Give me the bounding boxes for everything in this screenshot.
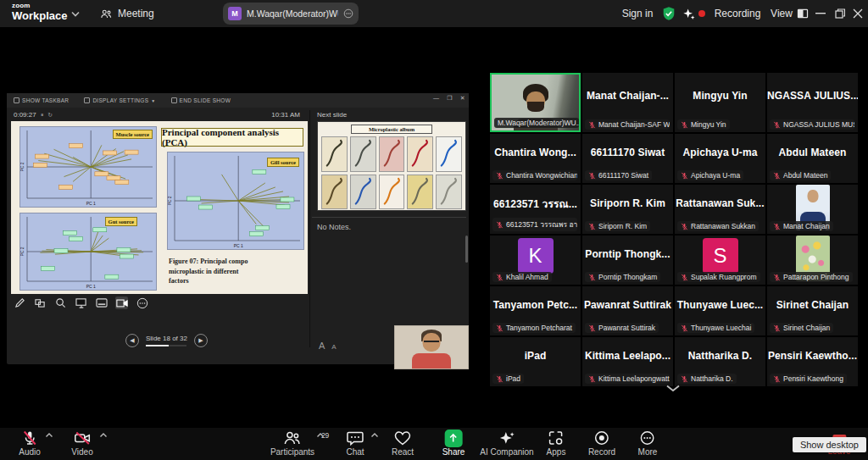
restore-icon[interactable]	[835, 8, 845, 19]
tab-shared-screen[interactable]: M M.Waqar(Moderator)WU.Th's scr	[223, 3, 359, 25]
taskbar-icon	[14, 97, 19, 103]
view-layout-icon[interactable]	[797, 8, 809, 19]
gallery-collapse-button[interactable]	[658, 381, 688, 395]
participant-name: Thunyawe Luec...	[675, 299, 765, 311]
previous-slide-button[interactable]: ◀	[125, 334, 139, 347]
restart-timer-icon[interactable]: ↻	[47, 112, 53, 119]
participant-tile[interactable]: M.Waqar(Moderator)WU...	[490, 73, 581, 132]
captions-icon[interactable]	[95, 297, 108, 309]
end-slide-show-button[interactable]: END SLIDE SHOW	[171, 97, 231, 103]
audio-button[interactable]: Audio	[19, 430, 41, 457]
view-button[interactable]: View	[767, 0, 796, 27]
participant-tile[interactable]: Kittima Leelapo...Kittima Leelapongwatt.…	[582, 337, 673, 386]
participant-avatar: K	[518, 238, 554, 274]
presenter-close-icon[interactable]: ✕	[460, 95, 465, 102]
audio-options-chevron[interactable]	[46, 433, 53, 438]
share-screen-icon	[445, 430, 463, 447]
zoom-magnifier-icon[interactable]	[54, 297, 67, 309]
participant-tile[interactable]: Manat Chaijan-...Manat Chaijan-SAF WU	[582, 73, 673, 132]
participant-tile[interactable]: Nattharika D.Nattharika D.	[675, 337, 765, 386]
participant-tile[interactable]: Porntip Thongk...Porntip Thongkam	[582, 236, 673, 285]
more-tools-icon[interactable]	[136, 297, 148, 309]
scrollbar-thumb[interactable]	[465, 236, 468, 263]
microplastic-image	[436, 175, 462, 210]
participant-name-tag: Sirinet Chaijan	[770, 323, 833, 333]
participant-tile[interactable]: Siriporn R. KimSiriporn R. Kim	[582, 185, 673, 234]
participant-tile[interactable]: Tanyamon Petc...Tanyamon Petcharat	[490, 286, 581, 335]
participants-icon	[283, 430, 302, 446]
participant-name: Pensiri Kaewtho...	[767, 350, 858, 362]
recording-indicator: Recording	[710, 0, 765, 27]
participant-name: Manat Chaijan-...	[582, 90, 673, 102]
participant-tile[interactable]: Abdul MateenAbdul Mateen	[767, 134, 858, 183]
participant-name-tag: Abdul Mateen	[770, 170, 831, 180]
presentation-timer: 0:09:27	[14, 111, 36, 119]
notes-text-larger-button[interactable]: A	[319, 341, 325, 351]
current-slide: Principal component analysis (PCA) PC 1P…	[11, 121, 308, 294]
apps-icon	[548, 430, 565, 446]
sign-in-button[interactable]: Sign in	[619, 0, 656, 27]
tab-meeting[interactable]: Meeting	[100, 0, 154, 27]
avatar: M	[228, 7, 242, 20]
svg-text:PC 2: PC 2	[20, 162, 25, 171]
react-button[interactable]: React	[392, 430, 414, 457]
participant-tile[interactable]: 66111170 Siwat66111170 Siwat	[582, 134, 673, 183]
participant-tile[interactable]: Pattarapon Pinthong	[767, 236, 858, 285]
pause-timer-icon[interactable]: ⏸	[41, 112, 44, 119]
next-slide-button[interactable]: ▶	[194, 334, 208, 347]
minimize-icon[interactable]	[815, 13, 826, 14]
chevron-down-icon[interactable]	[71, 11, 80, 17]
participant-tile[interactable]: Manat Chaijan	[767, 185, 858, 234]
presenter-minimize-icon[interactable]: —	[433, 95, 439, 102]
pen-icon[interactable]	[14, 297, 26, 309]
participant-tile[interactable]: SSupalak Ruangprom	[675, 236, 765, 285]
ai-sparkle-icon[interactable]	[682, 7, 696, 21]
participant-tile[interactable]: Pensiri Kaewtho...Pensiri Kaewthong	[767, 337, 858, 386]
notes-area[interactable]: No Notes.	[312, 217, 466, 236]
chat-button[interactable]: Chat	[346, 430, 364, 457]
participant-name: Rattanawan Suk...	[675, 197, 765, 209]
ai-companion-button[interactable]: AI Companion	[480, 430, 533, 457]
participant-tile[interactable]: Apichaya U-maApichaya U-ma	[675, 134, 765, 183]
chat-icon	[347, 430, 364, 446]
microplastic-image	[321, 136, 348, 172]
pca-gill-panel: PC 1PC 2 Gill source	[167, 152, 304, 250]
show-taskbar-button[interactable]: SHOW TASKBAR	[14, 97, 69, 103]
tab-more-icon[interactable]	[343, 8, 353, 19]
participant-tile[interactable]: Chantira Wong...Chantira Wongwichian	[490, 134, 581, 183]
participants-button[interactable]: Participants 29	[270, 430, 314, 457]
participant-name-tag: Supalak Ruangprom	[677, 272, 760, 282]
participants-options-chevron[interactable]	[317, 433, 325, 438]
participant-name: Nattharika D.	[675, 350, 765, 362]
display-settings-button[interactable]: DISPLAY SETTINGS▼	[84, 97, 155, 103]
more-button[interactable]: More	[638, 430, 658, 457]
heart-icon	[393, 430, 412, 446]
share-button[interactable]: Share	[442, 430, 465, 457]
participant-tile[interactable]: Rattanawan Suk...Rattanawan Sukkan	[675, 185, 765, 234]
microplastic-image	[379, 136, 405, 172]
record-button[interactable]: Record	[588, 430, 615, 457]
participant-tile[interactable]: Mingyu YinMingyu Yin	[675, 73, 765, 132]
participant-name-tag: NGASSA JULIUS MUS...	[770, 119, 854, 130]
black-screen-icon[interactable]	[75, 297, 87, 309]
notes-text-smaller-button[interactable]: A	[331, 343, 336, 351]
participant-tile[interactable]: 66123571 วรรณ...66123571 วรรณพร อายุ...	[490, 185, 581, 234]
participant-tile[interactable]: Sirinet ChaijanSirinet Chaijan	[767, 286, 858, 335]
participant-tile[interactable]: KKhalil Ahmad	[490, 236, 581, 285]
participant-tile[interactable]: NGASSA JULIUS...NGASSA JULIUS MUS...	[767, 73, 858, 132]
participant-tile[interactable]: Thunyawe Luec...Thunyawe Luechai	[675, 286, 765, 335]
apps-button[interactable]: Apps	[547, 430, 566, 457]
video-button[interactable]: Video	[71, 430, 92, 457]
participant-name: 66123571 วรรณ...	[490, 196, 581, 212]
zoom-workplace-logo: zoom Workplace	[12, 3, 68, 21]
participant-tile[interactable]: iPadiPad	[490, 337, 581, 386]
presenter-restore-icon[interactable]: ❐	[447, 95, 453, 102]
slide-thumbnails-icon[interactable]	[34, 297, 47, 309]
camera-toggle-icon[interactable]	[115, 297, 128, 309]
shield-check-icon[interactable]	[661, 6, 676, 21]
microplastic-image	[436, 136, 462, 172]
video-options-chevron[interactable]	[100, 433, 108, 438]
chat-options-chevron[interactable]	[371, 433, 379, 438]
participant-tile[interactable]: Pawanrat SuttirakPawanrat Suttirak	[582, 286, 673, 335]
close-icon[interactable]	[853, 8, 863, 19]
